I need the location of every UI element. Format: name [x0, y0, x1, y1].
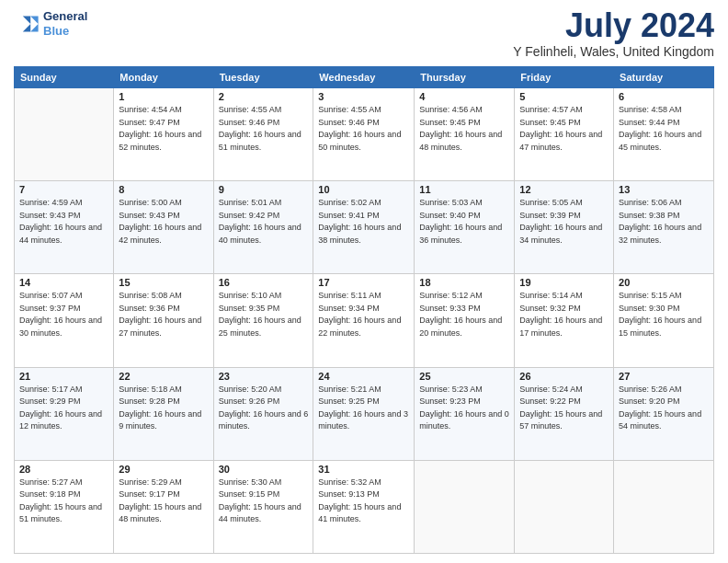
day-info: Sunrise: 4:55 AMSunset: 9:46 PMDaylight:… [318, 104, 409, 154]
day-info: Sunrise: 5:11 AMSunset: 9:34 PMDaylight:… [318, 290, 409, 339]
day-info: Sunrise: 5:24 AMSunset: 9:22 PMDaylight:… [519, 384, 609, 433]
day-info: Sunrise: 4:59 AMSunset: 9:43 PMDaylight:… [19, 197, 108, 247]
day-number: 27 [619, 371, 709, 382]
cell-3-2: 15Sunrise: 5:08 AMSunset: 9:36 PMDayligh… [114, 274, 213, 367]
day-number: 21 [19, 371, 108, 382]
header-tuesday: Tuesday [213, 67, 313, 88]
cell-3-6: 19Sunrise: 5:14 AMSunset: 9:32 PMDayligh… [515, 274, 614, 367]
day-number: 8 [119, 184, 208, 195]
title-block: July 2024 Y Felinheli, Wales, United Kin… [513, 9, 714, 59]
logo-icon [14, 11, 40, 37]
cell-5-6 [515, 460, 614, 553]
cell-1-2: 1Sunrise: 4:54 AMSunset: 9:47 PMDaylight… [114, 88, 213, 181]
header-thursday: Thursday [415, 67, 515, 88]
day-number: 26 [519, 371, 609, 382]
header-friday: Friday [515, 67, 614, 88]
day-info: Sunrise: 5:23 AMSunset: 9:23 PMDaylight:… [419, 384, 509, 433]
day-info: Sunrise: 5:02 AMSunset: 9:41 PMDaylight:… [318, 197, 409, 247]
week-row-2: 7Sunrise: 4:59 AMSunset: 9:43 PMDaylight… [15, 181, 714, 274]
day-number: 13 [619, 184, 709, 195]
day-info: Sunrise: 5:07 AMSunset: 9:37 PMDaylight:… [19, 290, 108, 339]
day-number: 28 [19, 464, 108, 475]
day-number: 10 [318, 184, 409, 195]
day-number: 25 [419, 371, 509, 382]
day-info: Sunrise: 4:54 AMSunset: 9:47 PMDaylight:… [119, 104, 208, 154]
header-monday: Monday [114, 67, 213, 88]
day-number: 11 [419, 184, 509, 195]
day-info: Sunrise: 5:17 AMSunset: 9:29 PMDaylight:… [19, 384, 108, 433]
location: Y Felinheli, Wales, United Kingdom [513, 44, 714, 59]
day-number: 17 [318, 277, 409, 288]
logo-text: General Blue [43, 9, 87, 38]
day-info: Sunrise: 5:03 AMSunset: 9:40 PMDaylight:… [419, 197, 509, 247]
cell-1-6: 5Sunrise: 4:57 AMSunset: 9:45 PMDaylight… [515, 88, 614, 181]
cell-3-3: 16Sunrise: 5:10 AMSunset: 9:35 PMDayligh… [213, 274, 313, 367]
day-number: 22 [119, 371, 208, 382]
header-sunday: Sunday [15, 67, 114, 88]
cell-4-3: 23Sunrise: 5:20 AMSunset: 9:26 PMDayligh… [213, 367, 313, 460]
logo: General Blue [14, 9, 87, 38]
cell-3-7: 20Sunrise: 5:15 AMSunset: 9:30 PMDayligh… [614, 274, 714, 367]
cell-2-4: 10Sunrise: 5:02 AMSunset: 9:41 PMDayligh… [313, 181, 415, 274]
day-info: Sunrise: 5:21 AMSunset: 9:25 PMDaylight:… [318, 384, 409, 433]
day-info: Sunrise: 4:55 AMSunset: 9:46 PMDaylight:… [219, 104, 309, 154]
day-info: Sunrise: 5:32 AMSunset: 9:13 PMDaylight:… [318, 477, 409, 526]
day-number: 1 [119, 91, 208, 102]
cell-1-4: 3Sunrise: 4:55 AMSunset: 9:46 PMDaylight… [313, 88, 415, 181]
cell-4-2: 22Sunrise: 5:18 AMSunset: 9:28 PMDayligh… [114, 367, 213, 460]
header-wednesday: Wednesday [313, 67, 415, 88]
cell-2-5: 11Sunrise: 5:03 AMSunset: 9:40 PMDayligh… [415, 181, 515, 274]
cell-1-7: 6Sunrise: 4:58 AMSunset: 9:44 PMDaylight… [614, 88, 714, 181]
day-info: Sunrise: 4:56 AMSunset: 9:45 PMDaylight:… [419, 104, 509, 154]
day-info: Sunrise: 5:12 AMSunset: 9:33 PMDaylight:… [419, 290, 509, 339]
page-container: General Blue July 2024 Y Felinheli, Wale… [0, 0, 728, 563]
day-info: Sunrise: 5:01 AMSunset: 9:42 PMDaylight:… [219, 197, 309, 247]
day-info: Sunrise: 5:18 AMSunset: 9:28 PMDaylight:… [119, 384, 208, 433]
day-info: Sunrise: 5:26 AMSunset: 9:20 PMDaylight:… [619, 384, 709, 433]
day-number: 7 [19, 184, 108, 195]
cell-5-5 [415, 460, 515, 553]
cell-5-2: 29Sunrise: 5:29 AMSunset: 9:17 PMDayligh… [114, 460, 213, 553]
day-number: 6 [619, 91, 709, 102]
cell-4-4: 24Sunrise: 5:21 AMSunset: 9:25 PMDayligh… [313, 367, 415, 460]
cell-5-7 [614, 460, 714, 553]
cell-5-1: 28Sunrise: 5:27 AMSunset: 9:18 PMDayligh… [15, 460, 114, 553]
day-number: 24 [318, 371, 409, 382]
day-number: 20 [619, 277, 709, 288]
cell-4-5: 25Sunrise: 5:23 AMSunset: 9:23 PMDayligh… [415, 367, 515, 460]
day-info: Sunrise: 5:06 AMSunset: 9:38 PMDaylight:… [619, 197, 709, 247]
day-number: 18 [419, 277, 509, 288]
day-info: Sunrise: 5:30 AMSunset: 9:15 PMDaylight:… [219, 477, 309, 526]
day-number: 14 [19, 277, 108, 288]
day-number: 12 [519, 184, 609, 195]
day-info: Sunrise: 4:57 AMSunset: 9:45 PMDaylight:… [519, 104, 609, 154]
cell-2-3: 9Sunrise: 5:01 AMSunset: 9:42 PMDaylight… [213, 181, 313, 274]
header-saturday: Saturday [614, 67, 714, 88]
cell-2-1: 7Sunrise: 4:59 AMSunset: 9:43 PMDaylight… [15, 181, 114, 274]
day-info: Sunrise: 5:15 AMSunset: 9:30 PMDaylight:… [619, 290, 709, 339]
cell-2-6: 12Sunrise: 5:05 AMSunset: 9:39 PMDayligh… [515, 181, 614, 274]
cell-1-3: 2Sunrise: 4:55 AMSunset: 9:46 PMDaylight… [213, 88, 313, 181]
cell-5-4: 31Sunrise: 5:32 AMSunset: 9:13 PMDayligh… [313, 460, 415, 553]
cell-4-7: 27Sunrise: 5:26 AMSunset: 9:20 PMDayligh… [614, 367, 714, 460]
calendar-table: Sunday Monday Tuesday Wednesday Thursday… [14, 66, 714, 554]
cell-3-1: 14Sunrise: 5:07 AMSunset: 9:37 PMDayligh… [15, 274, 114, 367]
day-number: 23 [219, 371, 309, 382]
weekday-header-row: Sunday Monday Tuesday Wednesday Thursday… [15, 67, 714, 88]
day-info: Sunrise: 5:20 AMSunset: 9:26 PMDaylight:… [219, 384, 309, 433]
day-number: 9 [219, 184, 309, 195]
cell-2-2: 8Sunrise: 5:00 AMSunset: 9:43 PMDaylight… [114, 181, 213, 274]
day-info: Sunrise: 5:27 AMSunset: 9:18 PMDaylight:… [19, 477, 108, 526]
cell-2-7: 13Sunrise: 5:06 AMSunset: 9:38 PMDayligh… [614, 181, 714, 274]
week-row-5: 28Sunrise: 5:27 AMSunset: 9:18 PMDayligh… [15, 460, 714, 553]
day-info: Sunrise: 5:08 AMSunset: 9:36 PMDaylight:… [119, 290, 208, 339]
week-row-4: 21Sunrise: 5:17 AMSunset: 9:29 PMDayligh… [15, 367, 714, 460]
cell-1-5: 4Sunrise: 4:56 AMSunset: 9:45 PMDaylight… [415, 88, 515, 181]
day-number: 2 [219, 91, 309, 102]
week-row-3: 14Sunrise: 5:07 AMSunset: 9:37 PMDayligh… [15, 274, 714, 367]
cell-1-1 [15, 88, 114, 181]
day-number: 4 [419, 91, 509, 102]
day-info: Sunrise: 5:14 AMSunset: 9:32 PMDaylight:… [519, 290, 609, 339]
header: General Blue July 2024 Y Felinheli, Wale… [14, 9, 714, 59]
day-number: 3 [318, 91, 409, 102]
